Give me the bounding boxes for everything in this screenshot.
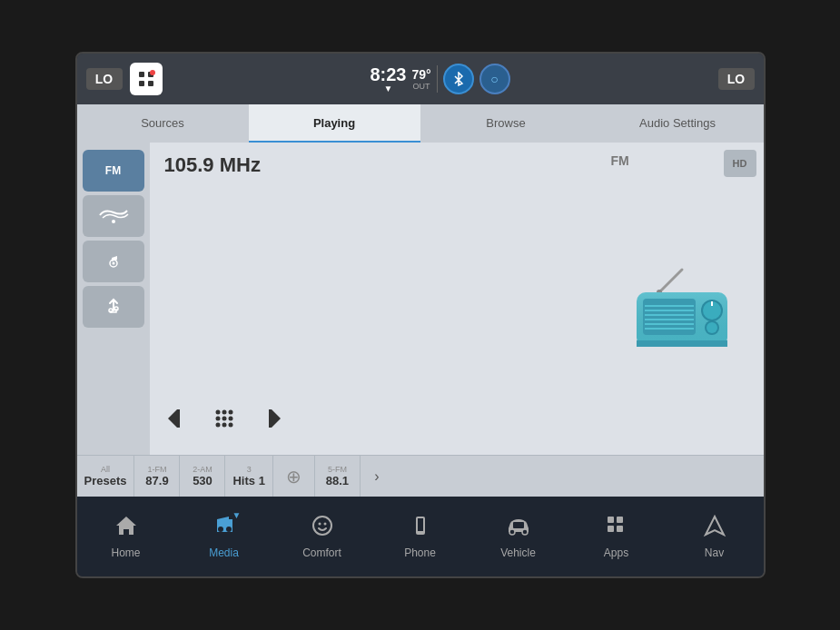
svg-rect-11 — [177, 409, 180, 428]
grid-button[interactable] — [130, 63, 163, 95]
preset-2[interactable]: 2-AM 530 — [180, 456, 225, 497]
svg-point-38 — [707, 322, 717, 333]
frequency-display: 105.9 MHz — [164, 153, 586, 177]
fm-band-label: FM — [611, 153, 629, 168]
svg-line-23 — [659, 270, 682, 292]
source-sxm-button[interactable] — [83, 195, 144, 237]
comfort-icon — [311, 514, 334, 543]
nav-vehicle[interactable]: Vehicle — [482, 514, 555, 559]
playback-controls — [164, 399, 586, 444]
top-bar: LO 8:23 ▼ 79° OUT — [77, 54, 764, 104]
preset-1[interactable]: 1-FM 87.9 — [134, 456, 180, 497]
svg-rect-40 — [637, 340, 727, 347]
svg-point-5 — [112, 220, 115, 223]
nav-icon — [703, 514, 726, 543]
next-button[interactable] — [259, 406, 284, 437]
presets-bar: All Presets 1-FM 87.9 2-AM 530 3 Hits 1 … — [77, 455, 764, 497]
svg-rect-3 — [148, 81, 153, 86]
divider — [437, 65, 438, 93]
tab-sources[interactable]: Sources — [77, 104, 249, 143]
tab-audio-settings[interactable]: Audio Settings — [592, 104, 764, 143]
lo-left-badge: LO — [86, 68, 123, 90]
svg-point-42 — [226, 527, 232, 532]
svg-point-18 — [215, 410, 220, 415]
nav-phone-label: Phone — [404, 546, 436, 559]
preset-3[interactable]: 3 Hits 1 — [225, 456, 272, 497]
svg-point-14 — [228, 417, 232, 421]
source-usb-button[interactable] — [83, 286, 144, 328]
nav-phone[interactable]: Phone — [384, 514, 457, 559]
svg-rect-52 — [608, 517, 614, 523]
top-icons: ○ — [443, 64, 510, 94]
media-icon — [212, 517, 236, 542]
hd-button[interactable]: HD — [724, 150, 756, 177]
top-center-info: 8:23 ▼ 79° OUT ○ — [170, 64, 711, 94]
svg-rect-51 — [513, 522, 524, 528]
nav-media[interactable]: ▼ Media — [188, 514, 261, 559]
svg-marker-56 — [706, 517, 724, 535]
svg-rect-53 — [617, 517, 623, 523]
preset-5[interactable]: 5-FM 88.1 — [315, 456, 361, 497]
source-column: FM — [77, 143, 150, 455]
svg-point-13 — [222, 417, 226, 421]
svg-point-16 — [222, 423, 226, 428]
nav-comfort-label: Comfort — [302, 546, 341, 559]
home-icon — [114, 514, 138, 543]
vehicle-icon — [505, 514, 532, 543]
svg-point-49 — [509, 529, 515, 535]
alexa-icon[interactable]: ○ — [479, 64, 510, 94]
nav-home-label: Home — [111, 546, 140, 559]
temperature: 79° — [411, 67, 430, 82]
main-screen: LO 8:23 ▼ 79° OUT — [75, 52, 766, 578]
svg-point-4 — [150, 70, 155, 75]
svg-rect-54 — [608, 526, 614, 532]
svg-point-7 — [112, 262, 114, 265]
bottom-nav: Home ▼ Media — [77, 497, 764, 576]
clock-time: 8:23 — [370, 65, 406, 84]
main-content: FM — [77, 143, 764, 455]
source-fm-button[interactable]: FM — [83, 150, 144, 192]
svg-point-41 — [218, 527, 223, 532]
temp-block: 79° OUT — [411, 67, 430, 91]
phone-icon — [409, 514, 432, 543]
svg-point-19 — [222, 410, 226, 415]
tab-playing[interactable]: Playing — [249, 104, 420, 143]
svg-point-44 — [318, 523, 321, 526]
radio-image — [623, 261, 741, 355]
svg-rect-22 — [269, 409, 272, 428]
lo-right-badge: LO — [718, 68, 755, 90]
apps-icon — [605, 514, 628, 543]
svg-point-43 — [313, 517, 331, 535]
svg-point-48 — [420, 532, 421, 534]
nav-nav[interactable]: Nav — [678, 514, 751, 559]
svg-point-50 — [522, 529, 528, 535]
svg-marker-10 — [168, 409, 177, 428]
nav-vehicle-label: Vehicle — [500, 546, 536, 559]
menu-button[interactable] — [212, 406, 237, 437]
svg-rect-27 — [643, 299, 696, 335]
svg-point-45 — [323, 523, 326, 526]
prev-button[interactable] — [164, 406, 190, 437]
nav-media-label: Media — [209, 546, 239, 559]
playing-area: 105.9 MHz — [150, 143, 600, 455]
preset-add-button[interactable]: ⊕ — [273, 456, 315, 497]
nav-apps-label: Apps — [604, 546, 628, 559]
nav-apps[interactable]: Apps — [580, 514, 653, 559]
time-arrow-icon: ▼ — [383, 84, 392, 94]
presets-next-arrow[interactable]: › — [361, 456, 393, 497]
preset-all[interactable]: All Presets — [77, 456, 135, 497]
radio-image-area: FM HD — [600, 143, 764, 455]
time-block: 8:23 ▼ — [370, 65, 406, 94]
nav-home[interactable]: Home — [90, 514, 163, 559]
svg-marker-21 — [272, 409, 281, 428]
nav-nav-label: Nav — [705, 546, 724, 559]
bluetooth-icon[interactable] — [443, 64, 474, 94]
svg-point-12 — [215, 417, 220, 421]
temp-label: OUT — [413, 82, 430, 91]
nav-comfort[interactable]: Comfort — [286, 514, 359, 559]
svg-point-15 — [215, 423, 220, 428]
tab-browse[interactable]: Browse — [420, 104, 592, 143]
svg-rect-47 — [418, 518, 423, 531]
source-media-button[interactable] — [83, 241, 144, 282]
svg-point-20 — [228, 410, 232, 415]
